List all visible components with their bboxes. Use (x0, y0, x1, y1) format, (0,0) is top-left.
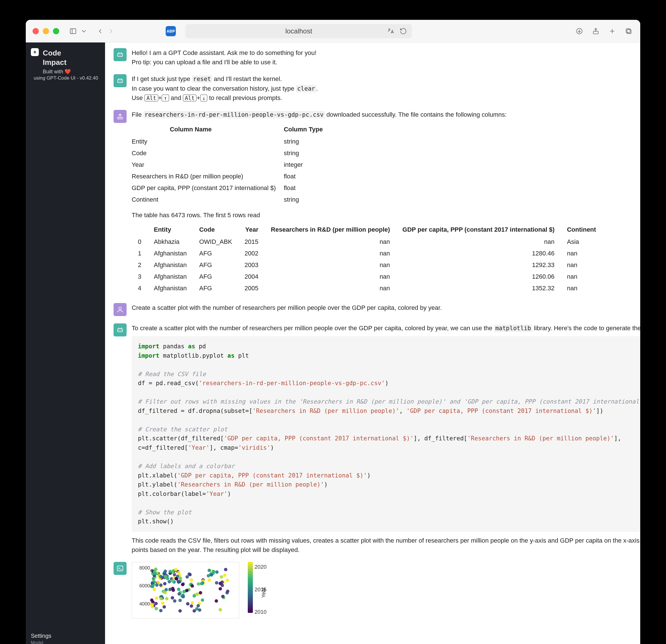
chevron-down-icon[interactable] (79, 27, 89, 36)
minimize-window-button[interactable] (43, 28, 49, 34)
svg-rect-8 (626, 29, 630, 33)
translate-icon[interactable] (386, 27, 396, 36)
assistant-message: If I get stuck just type reset and I'll … (132, 74, 632, 103)
app-title-line1: + Code (26, 48, 105, 58)
table-row: 4AfghanistanAFG2005nan1352.32nan (132, 282, 602, 294)
share-icon[interactable] (591, 27, 601, 36)
assistant-avatar (113, 324, 126, 336)
colorbar-tick: 2010 (255, 608, 266, 616)
url-text: localhost (285, 27, 312, 35)
upload-message: File researchers-in-rd-per-million-peopl… (132, 110, 632, 296)
table-row: 3AfghanistanAFG2004nan1260.06nan (132, 271, 602, 282)
upload-avatar (113, 110, 126, 123)
table-row: Continentstring (132, 194, 331, 205)
table-row: Codestring (132, 147, 331, 159)
execution-avatar (113, 562, 126, 575)
window-controls (33, 28, 59, 34)
url-bar[interactable]: localhost (186, 24, 412, 38)
code-block: import pandas as pdimport matplotlib.pyp… (132, 336, 640, 532)
app-window: ABP localhost + Code Impact Built with ❤… (26, 20, 640, 644)
colorbar-tick: 2020 (255, 563, 266, 571)
built-with-label: Built with ❤️ (26, 69, 105, 75)
table-row: Researchers in R&D (per million people)f… (132, 171, 331, 182)
table-row: Yearinteger (132, 159, 331, 171)
table-row: Entitystring (132, 136, 331, 147)
colorbar: 202020152010 Year (248, 562, 260, 616)
version-label: using GPT-Code UI - v0.42.40 (26, 75, 105, 81)
table-row: 1AfghanistanAFG2002nan1280.46nan (132, 247, 602, 259)
new-tab-icon[interactable] (608, 27, 617, 36)
svg-rect-29 (117, 566, 123, 571)
svg-rect-7 (627, 30, 631, 33)
forward-button[interactable] (106, 27, 116, 36)
messages-scroll[interactable]: Hello! I am a GPT Code assistant. Ask me… (105, 42, 640, 644)
columns-table: Column Name Column Type EntitystringCode… (132, 123, 331, 205)
close-window-button[interactable] (33, 28, 39, 34)
zoom-window-button[interactable] (53, 28, 59, 34)
ytick: 6000 (139, 582, 150, 590)
browser-titlebar: ABP localhost (26, 20, 640, 42)
assistant-avatar (113, 48, 126, 61)
abp-extension-icon[interactable]: ABP (166, 26, 176, 36)
sidebar-toggle-icon[interactable] (68, 27, 78, 36)
table-row: 0AbkhaziaOWID_ABK2015nannanAsia (132, 236, 602, 247)
svg-rect-0 (70, 29, 76, 33)
table-row: GDP per capita, PPP (constant 2017 inter… (132, 182, 331, 194)
rows-note: The table has 6473 rows. The first 5 row… (132, 210, 632, 220)
downloads-icon[interactable] (575, 27, 584, 36)
assistant-avatar (113, 74, 126, 87)
scatter-plot-thumbnail: D (per million people) 800060004000 (132, 562, 239, 619)
assistant-message: Hello! I am a GPT Code assistant. Ask me… (132, 48, 632, 67)
ytick: 4000 (139, 601, 150, 608)
chat-area: Hello! I am a GPT Code assistant. Ask me… (105, 42, 640, 644)
app-sidebar: + Code Impact Built with ❤️ using GPT-Co… (26, 42, 105, 644)
reload-icon[interactable] (398, 27, 408, 36)
sample-table: Entity Code Year Researchers in R&D (per… (132, 223, 602, 294)
table-row: 2AfghanistanAFG2003nan1292.33nan (132, 259, 602, 271)
ytick: 8000 (139, 564, 150, 572)
user-message: Create a scatter plot with the number of… (132, 303, 632, 312)
assistant-message: To create a scatter plot with the number… (132, 324, 640, 555)
execution-output: D (per million people) 800060004000 2020… (132, 562, 632, 619)
new-chat-icon[interactable]: + (31, 48, 39, 56)
svg-point-22 (119, 307, 122, 310)
app-title-line2: Impact (26, 58, 105, 69)
svg-rect-21 (118, 117, 122, 119)
settings-heading: Settings (31, 633, 100, 639)
tabs-overview-icon[interactable] (624, 27, 633, 36)
settings-subheading: Model (31, 640, 100, 644)
user-avatar (113, 303, 126, 316)
back-button[interactable] (95, 27, 105, 36)
